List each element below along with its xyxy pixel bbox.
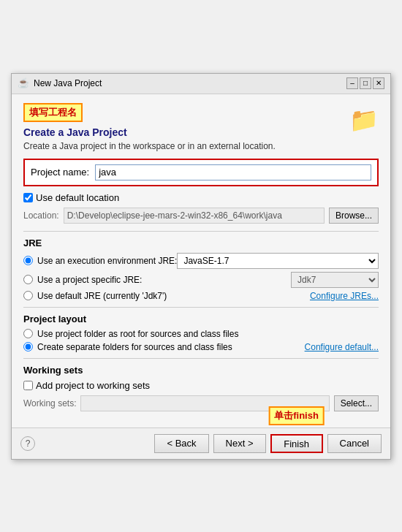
jre-specific-radio[interactable] bbox=[23, 275, 33, 284]
select-button[interactable]: Select... bbox=[334, 395, 379, 411]
working-sets-label: Working sets: bbox=[23, 398, 76, 408]
add-working-sets-checkbox[interactable] bbox=[23, 381, 33, 390]
add-working-sets-label: Add project to working sets bbox=[36, 380, 150, 391]
page-subtitle: Create a Java project in the workspace o… bbox=[23, 141, 276, 151]
finish-wrapper: 单击finish Finish bbox=[270, 434, 323, 453]
default-location-label: Use default location bbox=[36, 192, 119, 203]
next-button[interactable]: Next > bbox=[213, 434, 266, 453]
layout-root-label: Use project folder as root for sources a… bbox=[37, 329, 238, 339]
dialog-body: 填写工程名 Create a Java Project Create a Jav… bbox=[12, 94, 390, 428]
default-location-row: Use default location bbox=[23, 192, 379, 203]
jre-env-radio[interactable] bbox=[23, 256, 33, 265]
project-name-label: Project name: bbox=[31, 167, 89, 178]
title-bar-text: New Java Project bbox=[34, 78, 342, 88]
layout-separate-label: Create separate folders for sources and … bbox=[37, 342, 232, 352]
jre-default-row: Use default JRE (currently 'Jdk7') Confi… bbox=[23, 291, 379, 301]
jre-default-label: Use default JRE (currently 'Jdk7') bbox=[37, 291, 167, 301]
jre-specific-row: Use a project specific JRE: Jdk7 bbox=[23, 272, 379, 288]
project-name-input[interactable] bbox=[95, 164, 371, 180]
back-button[interactable]: < Back bbox=[154, 434, 208, 453]
configure-default-link[interactable]: Configure default... bbox=[305, 342, 379, 352]
finish-annotation: 单击finish bbox=[268, 406, 325, 425]
jre-env-label: Use an execution environment JRE: bbox=[37, 256, 177, 266]
jre-env-dropdown[interactable]: JavaSE-1.7 bbox=[177, 253, 379, 269]
help-button[interactable]: ? bbox=[20, 436, 35, 451]
jre-specific-dropdown[interactable]: Jdk7 bbox=[291, 272, 379, 288]
page-title: Create a Java Project bbox=[23, 126, 276, 138]
finish-button[interactable]: Finish bbox=[270, 434, 323, 453]
working-sets-title: Working sets bbox=[23, 365, 379, 376]
jre-env-row: Use an execution environment JRE: JavaSE… bbox=[23, 253, 379, 269]
maximize-button[interactable]: □ bbox=[360, 77, 371, 89]
header-folder-icon: 📁 bbox=[349, 106, 379, 134]
location-label: Location: bbox=[23, 210, 59, 221]
project-layout-title: Project layout bbox=[23, 314, 379, 324]
new-java-project-dialog: ☕ New Java Project – □ ✕ 填写工程名 Create a … bbox=[11, 73, 391, 460]
dialog-icon: ☕ bbox=[18, 77, 29, 89]
close-button[interactable]: ✕ bbox=[373, 77, 384, 89]
title-bar: ☕ New Java Project – □ ✕ bbox=[12, 74, 390, 94]
working-sets-row: Working sets: Select... bbox=[23, 395, 379, 411]
jre-specific-label: Use a project specific JRE: bbox=[37, 275, 142, 285]
default-location-checkbox[interactable] bbox=[23, 193, 33, 202]
layout-separate-radio[interactable] bbox=[23, 342, 33, 352]
jre-section-title: JRE bbox=[23, 238, 379, 248]
location-row: Location: Browse... bbox=[23, 208, 379, 224]
browse-button[interactable]: Browse... bbox=[329, 208, 379, 224]
layout-root-radio[interactable] bbox=[23, 329, 33, 338]
annotation-fill-name: 填写工程名 bbox=[23, 103, 83, 122]
add-working-sets-row: Add project to working sets bbox=[23, 380, 379, 391]
title-bar-controls: – □ ✕ bbox=[346, 77, 384, 89]
jre-default-radio[interactable] bbox=[23, 291, 33, 300]
dialog-footer: ? < Back Next > 单击finish Finish Cancel bbox=[12, 428, 390, 459]
layout-separate-row: Create separate folders for sources and … bbox=[23, 342, 379, 352]
location-input bbox=[64, 208, 325, 224]
minimize-button[interactable]: – bbox=[346, 77, 358, 89]
project-name-section: Project name: bbox=[23, 159, 379, 186]
configure-jres-link[interactable]: Configure JREs... bbox=[310, 291, 379, 301]
layout-root-row: Use project folder as root for sources a… bbox=[23, 329, 379, 339]
cancel-button[interactable]: Cancel bbox=[327, 434, 382, 453]
